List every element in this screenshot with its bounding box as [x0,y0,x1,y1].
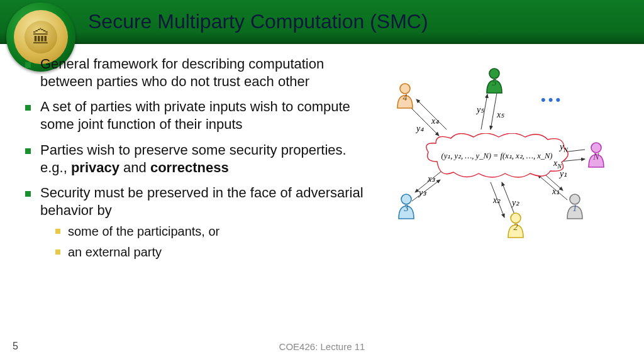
bullet-text: Security must be preserved in the face o… [40,185,364,218]
function-cloud: (y₁, y₂, …, y_N) = f(x₁, x₂, …, x_N) [425,133,569,178]
arrow-label: y₄ [416,123,424,134]
slide-body: General framework for describing computa… [0,44,644,268]
arrow-label: y₅ [477,104,484,115]
party-n-icon: N [586,142,606,168]
arrow-label: x₅ [497,109,504,120]
arrow-label: yN [560,142,568,153]
party-1-icon: 1 [565,194,585,220]
ellipsis-icon: ••• [541,92,563,108]
arrow-label: y₃ [419,187,426,198]
bullet-item: General framework for describing computa… [25,55,365,90]
party-3-icon: 3 [396,194,416,220]
bullet-bold: correctness [150,160,229,175]
sub-bullet-item: some of the participants, or [40,223,365,240]
bullet-text: and [119,160,150,175]
arrow-label: x₄ [431,116,439,126]
smc-diagram: (y₁, y₂, …, y_N) = f(x₁, x₂, …, x_N) 1 2… [365,62,629,250]
party-2-icon: 2 [506,212,526,239]
arrow-label: y₂ [512,197,519,208]
arrow-label: x₁ [552,186,560,197]
arrow-label: x₂ [493,195,501,206]
arrow-label: xN [553,158,562,170]
slide-header: Secure Multiparty Computation (SMC) [0,0,644,44]
arrow-label: y₁ [560,168,567,179]
bullet-item: Parties wish to preserve some security p… [25,141,365,177]
bullet-bold: privacy [71,160,119,175]
bullet-column: General framework for describing computa… [25,55,365,268]
sub-bullet-item: an external party [40,244,365,261]
svg-line-8 [491,93,497,129]
cloud-formula: (y₁, y₂, …, y_N) = f(x₁, x₂, …, x_N) [425,133,569,178]
arrow-label: x₃ [428,173,435,184]
slide-title: Secure Multiparty Computation (SMC) [88,10,428,33]
party-5-icon: 5 [484,68,504,94]
bullet-item: Security must be preserved in the face o… [25,184,365,261]
footer-course: COE426: Lecture 11 [279,341,365,352]
party-4-icon: 4 [395,83,415,109]
bullet-item: A set of parties with private inputs wis… [25,98,365,133]
page-number: 5 [13,341,18,352]
